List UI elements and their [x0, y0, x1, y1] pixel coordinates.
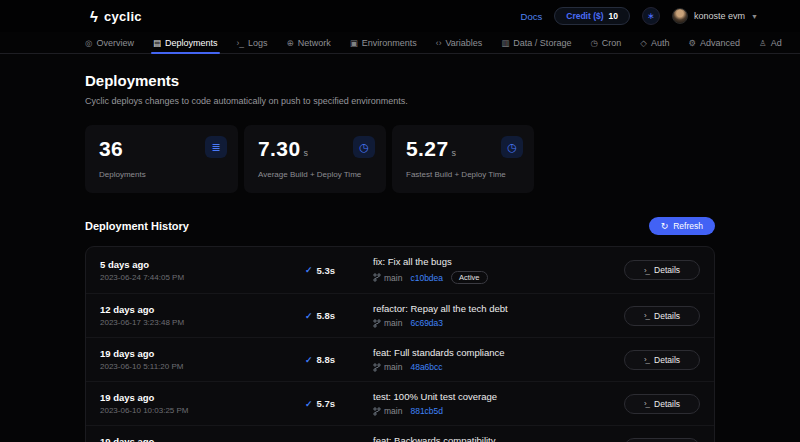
refresh-button[interactable]: ↻ Refresh — [649, 217, 715, 235]
time-cell: 19 days ago 2023-06-10 10:17:38 AM — [100, 436, 305, 442]
main-content: Deployments Cyclic deploys changes to co… — [85, 72, 715, 442]
tab-data-storage[interactable]: ▥ Data / Storage — [501, 32, 571, 53]
tab-cron[interactable]: ◷ Cron — [590, 32, 621, 53]
tab-logs[interactable]: ›_ Logs — [237, 32, 268, 53]
tab-label: Variables — [445, 38, 482, 48]
stat-unit: s — [303, 148, 308, 158]
tab-label: Ad — [771, 38, 782, 48]
credit-value: 10 — [609, 11, 618, 21]
terminal-icon: ›_ — [644, 266, 649, 275]
check-icon: ✓ — [305, 311, 313, 321]
tab-label: Network — [298, 38, 331, 48]
app-logo[interactable]: ϟ cyclic — [90, 8, 142, 25]
commit-cell: refactor: Repay all the tech debt main 6… — [373, 303, 624, 328]
stat-value: 5.27 — [406, 137, 448, 161]
relative-time: 19 days ago — [100, 348, 305, 359]
commit-cell: test: 100% Unit test coverage main 881cb… — [373, 391, 624, 416]
check-icon: ✓ — [305, 265, 313, 275]
tab-label: Environments — [362, 38, 417, 48]
terminal-icon: ›_ — [644, 355, 649, 364]
duration-cell: ✓ 5.7s — [305, 398, 373, 409]
time-cell: 12 days ago 2023-06-17 3:23:48 PM — [100, 304, 305, 327]
terminal-icon: ›_ — [644, 399, 649, 408]
tab-deployments[interactable]: ▤ Deployments — [153, 32, 218, 53]
code-brackets-icon: ‹› — [436, 38, 442, 48]
header-actions: Docs Credit ($) 10 ∗ konoste evm ▼ — [521, 7, 758, 25]
stat-card-deployments: 36 Deployments ≣ — [85, 125, 238, 193]
commit-message: feat: Backwards compatibility — [373, 435, 624, 442]
deployment-row: 19 days ago 2023-06-10 10:17:38 AM ✓ 7.6… — [86, 426, 714, 442]
duration-cell: ✓ 5.8s — [305, 310, 373, 321]
check-icon: ✓ — [305, 355, 313, 365]
relative-time: 5 days ago — [100, 259, 305, 270]
tab-network[interactable]: ⊕ Network — [287, 32, 331, 53]
commit-cell: feat: Backwards compatibility main cc17c… — [373, 435, 624, 442]
timestamp: 2023-06-24 7:44:05 PM — [100, 273, 305, 282]
stat-card-average-time: 7.30 s Average Build + Deploy Time ◷ — [244, 125, 386, 193]
details-button[interactable]: ›_ Details — [624, 306, 700, 326]
check-icon: ✓ — [305, 399, 313, 409]
tab-label: Deployments — [165, 38, 218, 48]
sparkle-icon: ∗ — [647, 11, 655, 21]
details-button[interactable]: ›_ Details — [624, 394, 700, 414]
git-branch-icon — [373, 363, 381, 372]
username: konoste evm — [694, 11, 745, 21]
commit-message: feat: Full standards compliance — [373, 347, 624, 358]
overview-icon: ◎ — [85, 38, 92, 48]
duration-value: 8.8s — [317, 354, 336, 365]
refresh-icon: ↻ — [661, 221, 669, 231]
docs-link[interactable]: Docs — [521, 11, 543, 22]
deployment-row: 5 days ago 2023-06-24 7:44:05 PM ✓ 5.3s … — [86, 247, 714, 294]
tab-overview[interactable]: ◎ Overview — [85, 32, 134, 53]
commit-message: test: 100% Unit test coverage — [373, 391, 624, 402]
commit-message: refactor: Repay all the tech debt — [373, 303, 624, 314]
time-cell: 19 days ago 2023-06-10 5:11:20 PM — [100, 348, 305, 371]
branch-name: main — [384, 406, 402, 416]
details-button[interactable]: ›_ Details — [624, 260, 700, 280]
tab-label: Advanced — [700, 38, 740, 48]
commit-cell: fix: Fix all the bugs main c10bdea Activ… — [373, 256, 624, 284]
credit-label: Credit ($) — [566, 11, 603, 21]
stat-value: 7.30 — [258, 137, 300, 161]
duration-cell: ✓ 5.3s — [305, 265, 373, 276]
git-branch-icon — [373, 319, 381, 328]
details-label: Details — [654, 311, 680, 321]
time-cell: 5 days ago 2023-06-24 7:44:05 PM — [100, 259, 305, 282]
timer-icon: ◷ — [501, 136, 523, 158]
chevron-down-icon: ▼ — [751, 13, 758, 20]
stat-value: 36 — [99, 137, 123, 161]
deployment-row: 19 days ago 2023-06-10 10:03:25 PM ✓ 5.7… — [86, 382, 714, 426]
tab-variables[interactable]: ‹› Variables — [436, 32, 483, 53]
sparkle-icon-button[interactable]: ∗ — [642, 7, 660, 25]
duration-value: 5.7s — [317, 398, 336, 409]
relative-time: 12 days ago — [100, 304, 305, 315]
commit-hash-link[interactable]: 6c69da3 — [410, 318, 443, 328]
commit-hash-link[interactable]: 881cb5d — [410, 406, 443, 416]
commit-cell: feat: Full standards compliance main 48a… — [373, 347, 624, 372]
tab-auth[interactable]: ◇ Auth — [640, 32, 669, 53]
terminal-icon: ›_ — [237, 38, 245, 48]
details-button[interactable]: ›_ Details — [624, 438, 700, 442]
list-icon: ≣ — [205, 136, 227, 158]
timestamp: 2023-06-10 5:11:20 PM — [100, 362, 305, 371]
history-title: Deployment History — [85, 220, 189, 232]
globe-icon: ⊕ — [287, 38, 294, 48]
person-icon: ♙ — [759, 38, 767, 48]
tab-admin[interactable]: ♙ Ad — [759, 32, 782, 53]
tab-environments[interactable]: ▣ Environments — [350, 32, 417, 53]
branch-name: main — [384, 362, 402, 372]
details-button[interactable]: ›_ Details — [624, 350, 700, 370]
git-branch-icon — [373, 407, 381, 416]
commit-hash-link[interactable]: c10bdea — [410, 273, 443, 283]
credit-button[interactable]: Credit ($) 10 — [554, 7, 630, 25]
tab-advanced[interactable]: ⚙ Advanced — [688, 32, 740, 53]
branch: main — [373, 318, 402, 328]
deployment-row: 19 days ago 2023-06-10 5:11:20 PM ✓ 8.8s… — [86, 338, 714, 382]
commit-hash-link[interactable]: 48a6bcc — [410, 362, 442, 372]
commit-message: fix: Fix all the bugs — [373, 256, 624, 267]
stat-card-fastest-time: 5.27 s Fastest Build + Deploy Time ◷ — [392, 125, 534, 193]
user-menu[interactable]: konoste evm ▼ — [672, 8, 758, 24]
active-badge: Active — [451, 271, 487, 284]
deployments-icon: ▤ — [153, 38, 161, 48]
page-title: Deployments — [85, 72, 715, 89]
